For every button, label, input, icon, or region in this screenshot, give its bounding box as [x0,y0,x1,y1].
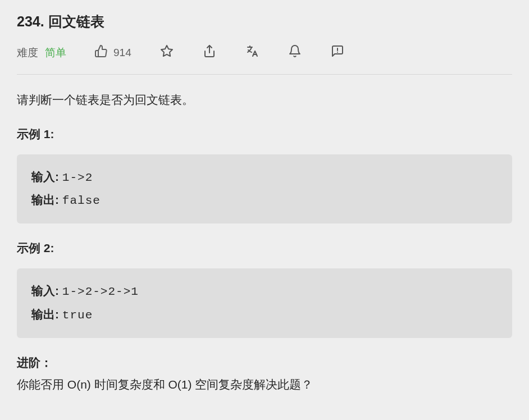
svg-marker-0 [161,45,172,56]
notification-button[interactable] [288,45,302,60]
difficulty-label: 难度 [17,45,38,60]
output-label: 输出: [31,308,62,321]
output-value: false [62,194,101,207]
input-label: 输入: [31,170,62,183]
feedback-button[interactable] [330,45,345,60]
thumbs-up-icon [94,44,108,61]
problem-description: 请判断一个链表是否为回文链表。 [17,90,512,109]
input-value: 1->2 [62,171,93,184]
example-2-title: 示例 2: [17,240,512,256]
bell-icon [288,44,302,61]
output-value: true [62,309,93,322]
likes-button[interactable]: 914 [94,44,131,61]
difficulty-group: 难度 简单 [17,45,66,60]
problem-title: 234. 回文链表 [17,12,512,31]
share-icon [203,44,216,61]
meta-row: 难度 简单 914 [17,44,512,75]
translate-icon [245,44,259,61]
star-icon [160,44,174,61]
difficulty-value: 简单 [45,45,66,60]
example-2-code: 输入: 1->2->2->1 输出: true [17,268,512,338]
share-button[interactable] [202,45,217,60]
input-label: 输入: [31,284,62,297]
output-label: 输出: [31,193,62,206]
favorite-button[interactable] [159,45,174,60]
input-value: 1->2->2->1 [62,285,139,298]
feedback-icon [331,44,344,61]
likes-count: 914 [113,47,131,59]
advanced-text: 你能否用 O(n) 时间复杂度和 O(1) 空间复杂度解决此题？ [17,375,512,394]
example-1-title: 示例 1: [17,126,512,142]
translate-button[interactable] [245,45,259,60]
advanced-title: 进阶： [17,355,512,371]
example-1-code: 输入: 1->2 输出: false [17,154,512,224]
